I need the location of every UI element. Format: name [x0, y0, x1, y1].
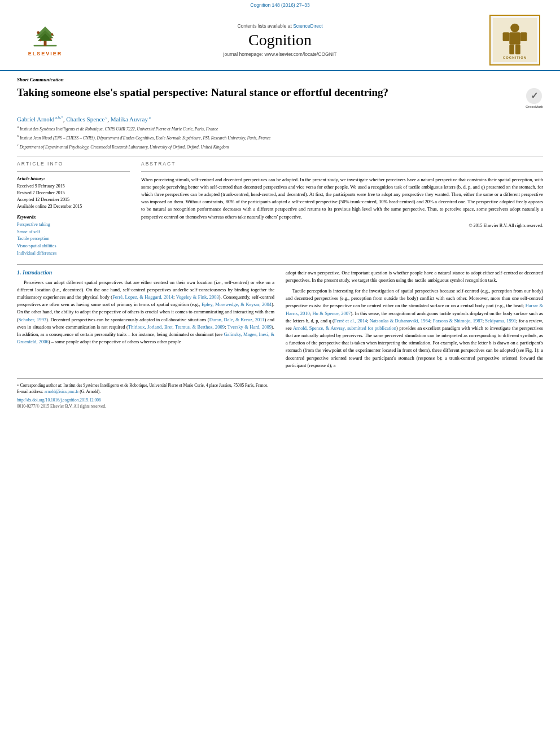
article-info-column: ARTICLE INFO Article history: Received 9…: [17, 161, 130, 257]
ref-tversky-2009[interactable]: Tversky & Hard, 2009: [228, 324, 272, 330]
ref-sekiyama-1991[interactable]: Sekiyama, 1991: [485, 318, 516, 324]
ref-galinsky-2006[interactable]: Galinsky, Magee, Inesi, & Gruenfeld, 200…: [17, 331, 274, 344]
footnote-corresponding: * Corresponding author at: Institut des …: [17, 382, 543, 395]
crossmark-label: CrossMark: [526, 105, 543, 110]
ref-thirloux-2009[interactable]: Thirloux, Jorland, Bret, Tramus, & Berth…: [128, 324, 225, 330]
footer-section: * Corresponding author at: Institut des …: [17, 378, 543, 409]
ref-parsons-1987[interactable]: Parsons & Shimojo, 1987: [433, 318, 483, 324]
journal-citation: Cognition 148 (2016) 27–33: [0, 0, 560, 10]
article-info-label: ARTICLE INFO: [17, 161, 130, 167]
svg-text:COGNITION: COGNITION: [503, 56, 527, 59]
svg-rect-13: [520, 32, 527, 41]
ref-ho-2007[interactable]: Ho & Spence, 2007: [312, 311, 351, 316]
svg-rect-12: [503, 32, 510, 41]
article-title-text: Taking someone else's spatial perspectiv…: [17, 86, 526, 100]
body-content: 1. Introduction Perceivers can adopt dif…: [17, 264, 543, 373]
journal-header: ELSEVIER Contents lists available at Sci…: [0, 10, 560, 71]
elsevier-tree-icon: [28, 24, 62, 50]
ref-schober-1993[interactable]: Schober, 1993: [19, 317, 46, 322]
keyword-5: Individual differences: [17, 250, 130, 257]
svg-rect-15: [515, 45, 520, 55]
email-author: (G. Arnold).: [80, 389, 100, 394]
affiliation-c: c Department of Experimental Psychology,…: [17, 142, 543, 150]
history-received: Received 9 February 2015: [17, 183, 130, 190]
affiliations: a Institut des Systèmes Intelligents et …: [17, 124, 543, 150]
elsevier-brand-text: ELSEVIER: [28, 51, 63, 56]
svg-rect-11: [509, 32, 520, 44]
main-content: Short Communication Taking someone else'…: [0, 77, 560, 409]
svg-point-8: [50, 38, 51, 40]
keyword-1: Perspective taking: [17, 221, 130, 229]
corresponding-address: Institut des Systèmes Intelligents et de…: [63, 383, 268, 388]
history-available: Available online 23 December 2015: [17, 203, 130, 210]
authors-line: Gabriel Arnold a,b,*, Charles Spence c, …: [17, 115, 543, 123]
divider-abstract: [141, 171, 543, 172]
divider-1: [17, 156, 543, 156]
svg-text:✓: ✓: [531, 91, 538, 101]
body-paragraph-1: Perceivers can adopt different spatial p…: [17, 279, 274, 346]
author-malika-auvray[interactable]: Malika Auvray: [111, 115, 148, 122]
doi-link[interactable]: http://dx.doi.org/10.1016/j.cognition.20…: [17, 397, 101, 403]
affiliation-b: b Institut Jean Nicod (ENS – EHESS – CNR…: [17, 133, 543, 141]
email-link[interactable]: arnold@isir.upmc.fr: [45, 389, 79, 394]
header-right: COGNITION: [481, 15, 549, 65]
abstract-text: When perceiving stimuli, self-centred an…: [141, 176, 543, 221]
body-right-column: adopt their own perspective. One importa…: [286, 269, 543, 373]
author-spence-sup: c: [104, 115, 107, 120]
keywords-section: Keywords: Perspective taking Sense of se…: [17, 215, 130, 257]
sciencedirect-link[interactable]: ScienceDirect: [293, 23, 322, 29]
author-arnold-sup: a,b,*: [54, 115, 63, 120]
abstract-column: ABSTRACT When perceiving stimuli, self-c…: [141, 161, 543, 257]
keywords-label: Keywords:: [17, 215, 130, 220]
journal-title: Cognition: [79, 31, 481, 49]
elsevier-logo: ELSEVIER: [28, 24, 63, 56]
article-type: Short Communication: [17, 77, 543, 82]
svg-point-10: [510, 24, 519, 33]
svg-point-5: [37, 31, 40, 34]
history-accepted: Accepted 12 December 2015: [17, 196, 130, 203]
section-number: 1.: [17, 269, 21, 276]
svg-point-6: [51, 33, 53, 35]
article-info-abstract-section: ARTICLE INFO Article history: Received 9…: [17, 161, 543, 257]
keyword-2: Sense of self: [17, 229, 130, 236]
keyword-3: Tactile perception: [17, 235, 130, 243]
history-label: Article history:: [17, 176, 130, 181]
svg-rect-14: [509, 45, 514, 55]
cognition-logo-box: COGNITION: [489, 15, 540, 65]
section-1-heading: 1. Introduction: [17, 269, 274, 276]
affiliation-a: a Institut des Systèmes Intelligents et …: [17, 124, 543, 132]
article-title-row: Taking someone else's spatial perspectiv…: [17, 86, 543, 110]
ref-vogeley-2003[interactable]: Vogeley & Fink, 2003: [176, 294, 219, 300]
svg-point-7: [40, 40, 41, 41]
author-charles-spence[interactable]: Charles Spence: [66, 115, 104, 122]
author-auvray-sup: a: [148, 115, 151, 120]
ref-duran-2011[interactable]: Duran, Dale, & Kreuz, 2011: [209, 317, 265, 322]
ref-arnold-submitted[interactable]: Arnold, Spence, & Auvray, submitted for …: [293, 325, 396, 331]
journal-homepage: journal homepage: www.elsevier.com/locat…: [79, 51, 481, 57]
crossmark-container[interactable]: ✓ CrossMark: [526, 88, 543, 110]
divider-article-info: [17, 171, 130, 172]
author-gabriel-arnold[interactable]: Gabriel Arnold: [17, 115, 54, 122]
email-label: E-mail address:: [17, 389, 45, 394]
contents-available-line: Contents lists available at ScienceDirec…: [79, 23, 481, 29]
footer-issn: 0010-0277/© 2015 Elsevier B.V. All right…: [17, 404, 543, 409]
ref-natsoulas-1964[interactable]: Natsoulas & Dubanovski, 1964: [370, 318, 430, 324]
body-left-column: 1. Introduction Perceivers can adopt dif…: [17, 269, 274, 373]
history-revised: Revised 7 December 2015: [17, 190, 130, 196]
footnote-star: *: [17, 383, 19, 388]
body-paragraph-2: adopt their own perspective. One importa…: [286, 269, 543, 369]
header-center: Contents lists available at ScienceDirec…: [79, 23, 481, 57]
ref-ferre-2014[interactable]: Ferrè, Lopez, & Haggard, 2014: [112, 294, 173, 300]
copyright-line: © 2015 Elsevier B.V. All rights reserved…: [141, 223, 543, 228]
cognition-logo-icon: COGNITION: [492, 18, 537, 62]
abstract-label: ABSTRACT: [141, 161, 543, 167]
ref-ferre-2014b[interactable]: Ferrè et al., 2014: [334, 318, 367, 324]
header-left: ELSEVIER: [11, 24, 79, 56]
crossmark-icon: ✓: [526, 88, 542, 104]
ref-epley-2004[interactable]: Epley, Morewedge, & Keysar, 2004: [202, 302, 272, 307]
footer-doi: http://dx.doi.org/10.1016/j.cognition.20…: [17, 397, 543, 403]
section-title: Introduction: [23, 269, 52, 276]
corresponding-author-label: Corresponding author at:: [20, 383, 63, 388]
keyword-4: Visuo-spatial abilities: [17, 243, 130, 250]
